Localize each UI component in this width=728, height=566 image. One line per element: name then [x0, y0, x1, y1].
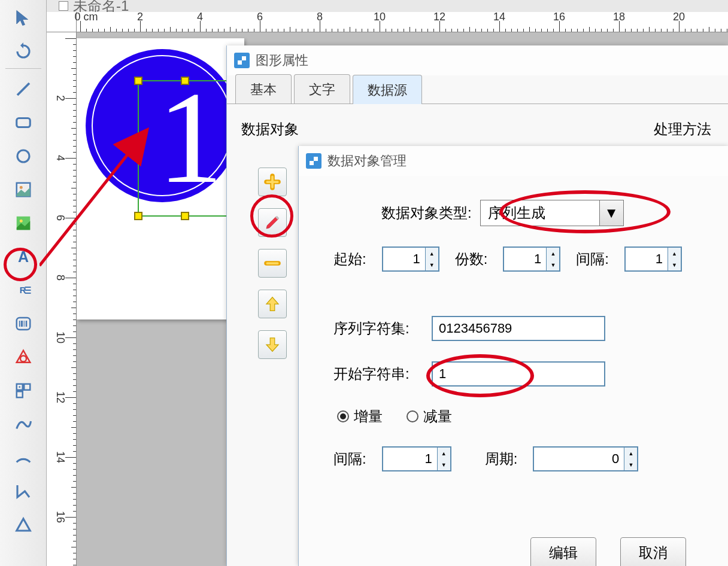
spin-period[interactable]: ▲▼ [533, 446, 638, 471]
spin-down[interactable]: ▼ [624, 459, 637, 470]
ruler-h-label: 4 [197, 11, 203, 23]
input-charset[interactable] [432, 316, 605, 341]
input-startstr[interactable] [432, 361, 605, 387]
spin-interval2[interactable]: ▲▼ [382, 446, 451, 471]
polyline-tool[interactable] [10, 478, 37, 504]
line-tool[interactable] [10, 76, 37, 102]
svg-point-17 [20, 356, 26, 362]
selection-handle[interactable] [181, 212, 189, 220]
artboard: 1 [77, 38, 244, 319]
pointer-tool[interactable] [10, 5, 37, 31]
ruler-h-label: 6 [257, 11, 263, 23]
barcode-tool[interactable] [10, 311, 37, 337]
ruler-h-label: 10 [374, 11, 386, 23]
spin-down[interactable]: ▼ [426, 259, 438, 270]
spin-up[interactable]: ▲ [426, 248, 438, 259]
cancel-button[interactable]: 取消 [620, 537, 686, 566]
add-button[interactable] [258, 168, 287, 196]
spin-up[interactable]: ▲ [547, 248, 559, 259]
spin-up[interactable]: ▲ [438, 448, 450, 459]
radio-increment[interactable]: 增量 [337, 407, 383, 426]
ruler-v-label: 16 [54, 511, 66, 523]
chevron-down-icon[interactable]: ▼ [599, 200, 623, 226]
radio-increment-label: 增量 [354, 407, 383, 426]
ruler-h-label: 8 [317, 11, 323, 23]
selection-box[interactable] [138, 80, 231, 217]
refresh-tool[interactable] [10, 38, 37, 65]
ruler-h-label: 14 [493, 11, 505, 23]
curve-tool[interactable] [10, 411, 37, 437]
label-startstr: 开始字符串: [333, 364, 423, 384]
ruler-h-label: 18 [613, 11, 625, 23]
ruler-horizontal: 0 cm 246810121416182022 [77, 12, 728, 32]
input-start[interactable] [383, 248, 425, 270]
ruler-v-label: 10 [54, 331, 66, 343]
spin-down[interactable]: ▼ [438, 459, 450, 470]
svg-rect-21 [19, 387, 20, 388]
ruler-corner [47, 12, 77, 32]
ellipse-tool[interactable] [10, 143, 37, 169]
selection-handle[interactable] [134, 145, 142, 153]
input-period[interactable] [534, 448, 624, 470]
label-interval: 间隔: [576, 249, 609, 269]
image-frame-tool[interactable] [10, 177, 37, 203]
selection-handle[interactable] [134, 77, 142, 85]
dialog2-body: 数据对象类型: 序列生成 ▼ 起始: ▲▼ 份数: ▲▼ 间隔: ▲▼ [299, 176, 728, 566]
ruler-vertical: 24681012141618 [47, 32, 77, 566]
radio-decrement[interactable]: 减量 [407, 407, 452, 426]
dialog-data-object-mgmt: 数据对象管理 数据对象类型: 序列生成 ▼ 起始: ▲▼ 份数: ▲▼ 间隔: [298, 146, 728, 566]
spin-copies[interactable]: ▲▼ [503, 247, 560, 272]
selection-handle[interactable] [134, 212, 142, 220]
dialog-title-bar[interactable]: 图形属性 [227, 45, 728, 75]
ruler-h-label: 20 [673, 11, 685, 23]
ruler-h-label: 12 [433, 11, 445, 23]
selection-handle[interactable] [181, 77, 189, 85]
tab-text[interactable]: 文字 [294, 74, 350, 104]
select-type-value: 序列生成 [481, 203, 599, 223]
edit-confirm-button[interactable]: 编辑 [530, 537, 596, 566]
document-checkbox[interactable] [59, 1, 68, 11]
ruler-h-origin: 0 cm [74, 11, 98, 23]
svg-point-6 [19, 220, 22, 223]
radio-icon [407, 410, 418, 422]
spin-down[interactable]: ▼ [668, 259, 681, 270]
label-copies: 份数: [455, 249, 488, 269]
move-up-button[interactable] [258, 290, 287, 318]
svg-rect-1 [16, 118, 30, 127]
label-data-objects: 数据对象 [241, 120, 299, 139]
spin-up[interactable]: ▲ [668, 248, 681, 259]
richtext-tool[interactable]: R [10, 277, 37, 303]
tab-datasource[interactable]: 数据源 [353, 75, 422, 104]
label-type: 数据对象类型: [381, 203, 472, 223]
triangle-tool[interactable] [10, 512, 37, 538]
image-tool[interactable] [10, 210, 37, 236]
spin-start[interactable]: ▲▼ [382, 247, 439, 272]
text-tool[interactable]: A [10, 244, 37, 270]
input-interval[interactable] [626, 248, 668, 270]
spin-up[interactable]: ▲ [624, 448, 637, 459]
app-icon [306, 153, 321, 169]
move-down-button[interactable] [258, 330, 287, 359]
radio-icon [337, 410, 349, 422]
ruler-v-label: 14 [54, 451, 66, 463]
input-interval2[interactable] [383, 448, 437, 470]
ruler-v-label: 4 [54, 155, 66, 161]
remove-button[interactable] [258, 249, 287, 278]
radio-decrement-label: 减量 [423, 407, 452, 426]
qrcode-tool[interactable] [10, 378, 37, 404]
rect-tool[interactable] [10, 109, 37, 136]
edit-button[interactable] [258, 208, 287, 237]
svg-rect-20 [16, 391, 22, 397]
label-methods: 处理方法 [654, 120, 711, 139]
spin-interval[interactable]: ▲▼ [624, 247, 682, 272]
shape-tool[interactable] [10, 344, 37, 370]
select-type[interactable]: 序列生成 ▼ [480, 200, 624, 226]
dialog-title-text: 图形属性 [256, 51, 308, 69]
tab-basic[interactable]: 基本 [235, 74, 292, 104]
arc-tool[interactable] [10, 445, 37, 471]
dialog-tabs: 基本 文字 数据源 [227, 75, 728, 104]
input-copies[interactable] [504, 248, 546, 270]
spin-down[interactable]: ▼ [547, 259, 559, 270]
dialog2-title-bar[interactable]: 数据对象管理 [299, 146, 728, 176]
label-period: 周期: [485, 449, 518, 468]
